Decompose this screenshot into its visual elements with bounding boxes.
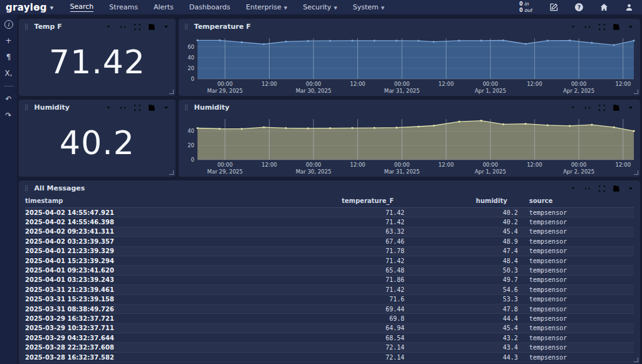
- help-icon[interactable]: ?: [575, 3, 583, 11]
- sort-icon[interactable]: [67, 198, 73, 204]
- drag-handle-icon[interactable]: ⣿: [24, 185, 29, 191]
- svg-text:12:00: 12:00: [527, 81, 542, 87]
- nav-item-streams[interactable]: Streams: [109, 3, 138, 12]
- swap-horizontal-icon[interactable]: [119, 104, 127, 112]
- redo-icon[interactable]: ↷: [3, 111, 14, 120]
- undo-icon[interactable]: ↶: [3, 95, 14, 103]
- chevron-down-icon[interactable]: [162, 104, 170, 112]
- pilcrow-icon[interactable]: ¶: [3, 53, 14, 61]
- column-header-temperature[interactable]: temperature_F: [332, 197, 404, 204]
- compose-icon[interactable]: [550, 3, 558, 11]
- table-row[interactable]: 2025-03-31 08:38:49.72669.4447.8tempsens…: [25, 304, 634, 314]
- table-row[interactable]: 2025-03-28 22:32:37.60872.1443.4tempsens…: [25, 343, 634, 352]
- swap-horizontal-icon[interactable]: [584, 104, 591, 112]
- edit-icon[interactable]: [613, 104, 620, 112]
- cell-source: tempsensor: [518, 344, 634, 351]
- cell-temperature: 67.46: [332, 238, 404, 245]
- column-header-humidity[interactable]: humidity: [404, 197, 518, 204]
- drag-handle-icon[interactable]: ⣿: [184, 105, 189, 110]
- remove-formatting-icon[interactable]: X‚: [3, 69, 14, 78]
- cell-temperature: 64.94: [332, 325, 404, 331]
- download-icon[interactable]: [569, 185, 577, 192]
- column-header-timestamp[interactable]: timestamp: [25, 197, 332, 204]
- resize-handle[interactable]: [634, 170, 638, 175]
- graylog-logo[interactable]: graylɵg ▼: [6, 2, 54, 13]
- throughput-indicator[interactable]: 0in 0out: [519, 1, 532, 13]
- table-row[interactable]: 2025-03-31 21:23:39.46171.4254.6tempsens…: [25, 285, 634, 294]
- table-row[interactable]: 2025-04-02 14:55:46.39871.4240.2tempsens…: [25, 217, 634, 227]
- nav-item-alerts[interactable]: Alerts: [154, 3, 174, 12]
- svg-text:Mar 29, 2025: Mar 29, 2025: [208, 88, 243, 94]
- fullscreen-icon[interactable]: [598, 23, 606, 31]
- cell-humidity: 44.3: [404, 354, 518, 361]
- add-icon[interactable]: +: [3, 36, 14, 45]
- edit-icon[interactable]: [613, 185, 620, 192]
- edit-icon[interactable]: [613, 23, 620, 31]
- chevron-down-icon[interactable]: [627, 23, 634, 31]
- humidity-area-chart[interactable]: 0204000:00Mar 29, 202512:0000:00Mar 30, …: [179, 115, 640, 177]
- download-icon[interactable]: [105, 104, 112, 112]
- table-row[interactable]: 2025-03-29 04:32:37.64468.5443.2tempsens…: [25, 333, 634, 343]
- table-row[interactable]: 2025-03-29 10:32:37.71164.9445.4tempsens…: [25, 324, 634, 333]
- fullscreen-icon[interactable]: [134, 104, 141, 112]
- cell-timestamp: 2025-04-01 21:23:39.329: [25, 247, 332, 254]
- info-icon[interactable]: i: [4, 20, 13, 29]
- swap-horizontal-icon[interactable]: [119, 23, 127, 31]
- user-icon[interactable]: [625, 3, 633, 11]
- table-row[interactable]: 2025-04-01 21:23:39.32971.7847.4tempsens…: [25, 247, 634, 256]
- drag-handle-icon[interactable]: ⣿: [24, 24, 29, 29]
- cell-temperature: 72.14: [332, 344, 404, 351]
- edit-icon[interactable]: [148, 23, 155, 31]
- resize-handle[interactable]: [169, 90, 174, 94]
- cell-source: tempsensor: [518, 267, 634, 274]
- table-row[interactable]: 2025-04-01 03:23:39.24371.8649.7tempsens…: [25, 276, 634, 285]
- table-row[interactable]: 2025-04-02 14:55:47.92171.4240.2tempsens…: [25, 208, 634, 217]
- home-icon[interactable]: [600, 3, 608, 11]
- chevron-down-icon[interactable]: [162, 23, 170, 31]
- svg-text:60: 60: [187, 44, 194, 50]
- chevron-down-icon[interactable]: [627, 104, 634, 112]
- download-icon[interactable]: [569, 104, 577, 112]
- chevron-down-icon[interactable]: [627, 185, 634, 192]
- top-nav: graylɵg ▼ Search Streams Alerts Dashboar…: [0, 0, 642, 14]
- column-resize-icon[interactable]: [584, 185, 591, 192]
- swap-horizontal-icon[interactable]: [584, 23, 591, 31]
- cell-temperature: 71.42: [332, 257, 404, 264]
- fullscreen-icon[interactable]: [598, 185, 606, 192]
- cell-timestamp: 2025-04-02 09:23:41.311: [25, 228, 332, 235]
- nav-item-enterprise[interactable]: Enterprise▼: [246, 3, 287, 12]
- edit-icon[interactable]: [148, 104, 155, 112]
- cell-timestamp: 2025-03-28 22:32:37.608: [25, 344, 332, 351]
- drag-handle-icon[interactable]: ⣿: [24, 105, 29, 110]
- column-header-source[interactable]: source: [518, 197, 634, 204]
- nav-item-search[interactable]: Search: [70, 3, 94, 12]
- resize-handle[interactable]: [169, 170, 174, 175]
- table-row[interactable]: 2025-03-31 15:23:39.15871.653.3tempsenso…: [25, 295, 634, 304]
- cell-humidity: 43.2: [404, 335, 518, 341]
- fullscreen-icon[interactable]: [134, 23, 141, 31]
- sort-icon[interactable]: [398, 198, 404, 204]
- svg-text:00:00: 00:00: [394, 162, 410, 168]
- cell-temperature: 69.44: [332, 306, 404, 313]
- drag-handle-icon[interactable]: ⣿: [184, 24, 189, 29]
- download-icon[interactable]: [105, 23, 112, 31]
- nav-item-security[interactable]: Security▼: [303, 3, 337, 12]
- table-row[interactable]: 2025-03-29 16:32:37.72169.844.4tempsenso…: [25, 314, 634, 323]
- cell-source: tempsensor: [518, 238, 634, 245]
- svg-text:00:00: 00:00: [218, 81, 233, 87]
- nav-item-system[interactable]: System▼: [353, 3, 384, 12]
- temperature-area-chart[interactable]: 020406000:00Mar 29, 202512:0000:00Mar 30…: [179, 34, 640, 96]
- download-icon[interactable]: [569, 23, 577, 31]
- resize-handle[interactable]: [634, 358, 638, 362]
- table-row[interactable]: 2025-04-01 09:23:41.62065.4850.3tempsens…: [25, 266, 634, 275]
- table-row[interactable]: 2025-03-28 16:32:37.58272.1444.3tempsens…: [25, 353, 634, 362]
- resize-handle[interactable]: [634, 90, 638, 94]
- table-row[interactable]: 2025-04-02 09:23:41.31163.3245.4tempsens…: [25, 227, 634, 237]
- sort-icon[interactable]: [512, 198, 518, 204]
- chevron-down-icon: ▼: [381, 4, 384, 11]
- table-row[interactable]: 2025-04-01 15:23:39.29471.4248.4tempsens…: [25, 256, 634, 266]
- nav-item-dashboards[interactable]: Dashboards: [189, 3, 230, 12]
- table-row[interactable]: 2025-04-02 03:23:39.35767.4648.9tempsens…: [25, 237, 634, 246]
- fullscreen-icon[interactable]: [598, 104, 606, 112]
- sort-icon[interactable]: [557, 198, 564, 204]
